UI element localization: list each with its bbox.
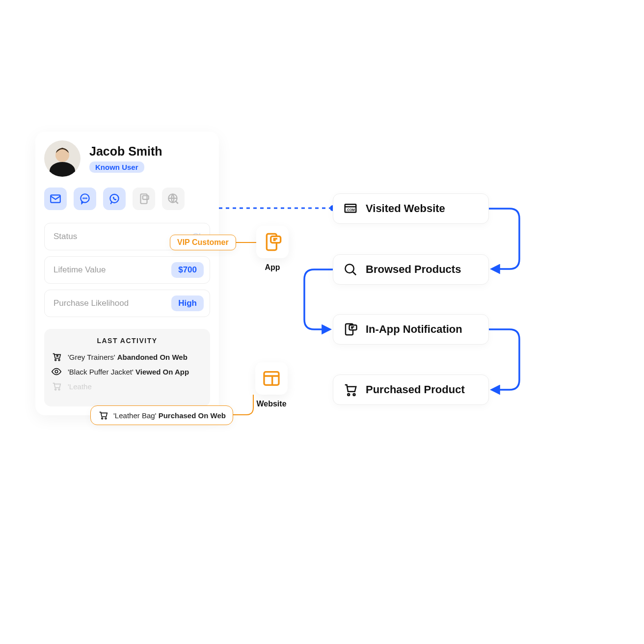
user-type-badge: Known User bbox=[89, 161, 144, 173]
svg-rect-14 bbox=[143, 196, 149, 200]
stat-lifetime: Lifetime Value $700 bbox=[44, 256, 210, 284]
activity-panel: LAST ACTIVITY 'Grey Trainers' Abandoned … bbox=[44, 329, 210, 406]
step-purchased-product: Purchased Product bbox=[333, 375, 489, 405]
channel-row bbox=[44, 188, 210, 210]
source-web: Website bbox=[252, 362, 291, 408]
activity-row: 'Black Puffer Jacket' Viewed On App bbox=[51, 366, 203, 377]
svg-point-18 bbox=[55, 370, 58, 373]
lifetime-value: $700 bbox=[171, 262, 204, 278]
cart-icon bbox=[343, 382, 358, 397]
avatar bbox=[44, 140, 80, 177]
activity-title: LAST ACTIVITY bbox=[51, 337, 203, 345]
step-label: Purchased Product bbox=[366, 383, 465, 396]
purchase-label: Purchase Likelihood bbox=[54, 298, 129, 308]
svg-point-20 bbox=[58, 389, 60, 390]
cart-icon bbox=[98, 410, 108, 421]
whatsapp-icon[interactable] bbox=[103, 188, 126, 210]
source-app-label: App bbox=[253, 263, 292, 272]
web-icon[interactable] bbox=[162, 188, 185, 210]
svg-point-16 bbox=[55, 359, 56, 361]
svg-text:.COM: .COM bbox=[346, 208, 355, 212]
svg-point-17 bbox=[58, 359, 60, 361]
svg-point-22 bbox=[105, 418, 107, 419]
email-icon[interactable] bbox=[44, 188, 67, 210]
step-visited-website: .COM Visited Website bbox=[333, 193, 489, 224]
inapp-notification-icon bbox=[343, 322, 358, 337]
source-web-label: Website bbox=[252, 400, 291, 408]
lifetime-label: Lifetime Value bbox=[54, 265, 106, 275]
svg-point-21 bbox=[102, 418, 103, 419]
cart-icon bbox=[51, 381, 62, 392]
purchase-callout: 'Leather Bag' Purchased On Web bbox=[90, 405, 233, 425]
svg-point-28 bbox=[345, 264, 354, 273]
purchase-value: High bbox=[171, 295, 204, 311]
source-app: App bbox=[253, 226, 292, 272]
search-icon bbox=[343, 262, 358, 277]
activity-row: 'Grey Trainers' Abandoned On Web bbox=[51, 351, 203, 362]
svg-point-31 bbox=[348, 394, 349, 396]
step-inapp-notification: In-App Notification bbox=[333, 314, 489, 345]
profile-card: Jacob Smith Known User Status Ch Lifetim… bbox=[35, 132, 219, 415]
status-label: Status bbox=[54, 232, 77, 242]
app-source-icon bbox=[256, 226, 289, 258]
svg-point-32 bbox=[353, 394, 355, 396]
step-label: Visited Website bbox=[366, 202, 445, 215]
cart-x-icon bbox=[51, 351, 62, 362]
profile-name: Jacob Smith bbox=[89, 144, 162, 159]
chat-icon[interactable] bbox=[74, 188, 96, 210]
inapp-icon[interactable] bbox=[133, 188, 155, 210]
web-source-icon bbox=[255, 362, 288, 395]
svg-point-19 bbox=[55, 389, 56, 390]
activity-row: 'Leathe bbox=[51, 381, 203, 392]
eye-icon bbox=[51, 366, 62, 377]
svg-point-10 bbox=[84, 198, 85, 198]
vip-callout: VIP Customer bbox=[170, 235, 236, 250]
stat-purchase: Purchase Likelihood High bbox=[44, 290, 210, 317]
step-browsed-products: Browsed Products bbox=[333, 254, 489, 285]
svg-point-11 bbox=[86, 198, 87, 198]
website-icon: .COM bbox=[343, 201, 358, 216]
step-label: Browsed Products bbox=[366, 263, 461, 276]
svg-point-9 bbox=[83, 198, 83, 198]
step-label: In-App Notification bbox=[366, 323, 462, 336]
